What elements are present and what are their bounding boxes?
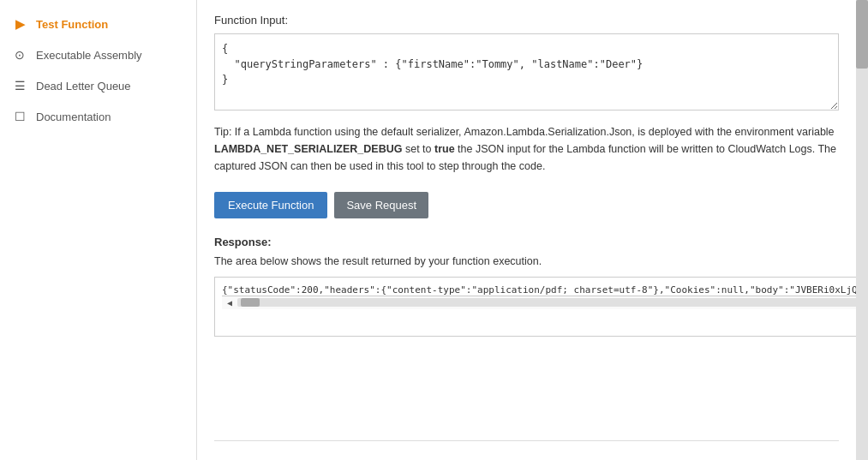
function-input-textarea[interactable]	[214, 33, 839, 111]
response-title: Response:	[214, 236, 856, 248]
sidebar-item-dead-letter-queue[interactable]: ☰ Dead Letter Queue	[0, 70, 196, 101]
tip-mid: set to	[402, 143, 434, 155]
sidebar-item-documentation[interactable]: ☐ Documentation	[0, 101, 196, 132]
sidebar: ▶ Test Function ⊙ Executable Assembly ☰ …	[0, 0, 197, 460]
save-request-button[interactable]: Save Request	[334, 192, 428, 218]
sidebar-item-label: Dead Letter Queue	[36, 80, 131, 93]
bottom-divider	[214, 440, 839, 441]
tip-bold1: LAMBDA_NET_SERIALIZER_DEBUG	[214, 143, 402, 155]
tip-prefix: Tip: If a Lambda function using the defa…	[214, 126, 835, 138]
assembly-icon: ⊙	[12, 48, 27, 62]
response-code-box: {"statusCode":200,"headers":{"content-ty…	[214, 277, 856, 337]
sidebar-item-label: Executable Assembly	[36, 49, 142, 62]
vertical-scrollbar-thumb[interactable]	[856, 0, 868, 69]
button-row: Execute Function Save Request	[214, 192, 839, 218]
scroll-left-icon[interactable]: ◀	[225, 298, 234, 308]
sidebar-item-executable-assembly[interactable]: ⊙ Executable Assembly	[0, 39, 196, 70]
response-desc: The area below shows the result returned…	[214, 254, 856, 270]
tip-paragraph: Tip: If a Lambda function using the defa…	[214, 123, 839, 175]
horizontal-scrollbar[interactable]: ◀ ▶	[222, 296, 856, 309]
vertical-scrollbar-track[interactable]	[856, 0, 868, 460]
main-content: Function Input: Tip: If a Lambda functio…	[197, 0, 856, 460]
tip-bold2: true	[434, 143, 455, 155]
scrollbar-thumb[interactable]	[241, 298, 260, 307]
sidebar-item-label: Test Function	[36, 18, 108, 31]
list-icon: ☰	[12, 79, 27, 93]
scrollbar-track[interactable]	[237, 298, 856, 307]
doc-icon: ☐	[12, 110, 27, 123]
response-column: Response: The area below shows the resul…	[214, 236, 856, 423]
play-icon: ▶	[12, 17, 27, 31]
response-log-row: Response: The area below shows the resul…	[214, 236, 839, 423]
response-code-content: {"statusCode":200,"headers":{"content-ty…	[222, 284, 856, 296]
sidebar-item-test-function[interactable]: ▶ Test Function	[0, 9, 196, 39]
sidebar-item-label: Documentation	[36, 111, 111, 123]
function-input-label: Function Input:	[214, 14, 839, 27]
execute-function-button[interactable]: Execute Function	[214, 192, 327, 218]
